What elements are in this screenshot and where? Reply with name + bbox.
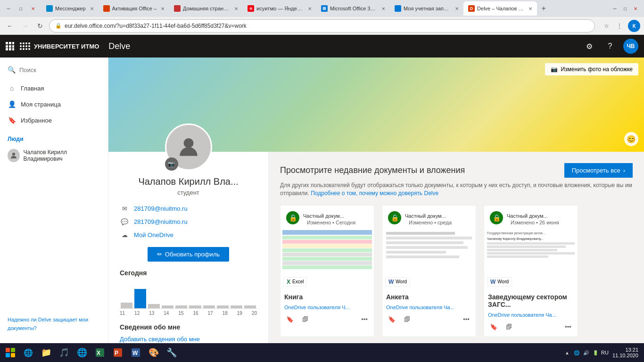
close-btn[interactable]: ✕ bbox=[28, 4, 38, 13]
svg-point-9 bbox=[12, 153, 15, 156]
sidebar-item-mypage[interactable]: 👤 Моя страница bbox=[0, 96, 108, 112]
browser-controls: ─ □ ✕ bbox=[4, 4, 38, 13]
person-icon: 👤 bbox=[8, 100, 16, 108]
copy-action-2[interactable]: 🗐 bbox=[503, 321, 514, 333]
tab-home[interactable]: Домашняя страни... ✕ bbox=[169, 1, 243, 16]
email-link[interactable]: 281709@niuitmo.ru bbox=[134, 205, 188, 212]
more-action-0[interactable]: ••• bbox=[359, 314, 370, 325]
new-tab-button[interactable]: + bbox=[537, 2, 550, 15]
tab-office[interactable]: Активация Office – ✕ bbox=[99, 1, 169, 16]
tab-close-icon[interactable]: ✕ bbox=[455, 6, 459, 11]
onedrive-icon: ☁ bbox=[120, 230, 129, 239]
tray-up-icon[interactable]: ▲ bbox=[563, 349, 571, 356]
avatar-container: 📷 bbox=[165, 123, 212, 171]
person-avatar bbox=[8, 149, 20, 162]
edit-icon: ✏ bbox=[157, 251, 162, 258]
bookmark-action-0[interactable]: 🔖 bbox=[284, 314, 296, 325]
word-icon: W bbox=[388, 279, 394, 285]
person-item[interactable]: Чалапов Кирилл Владимирович bbox=[0, 146, 108, 165]
address-bar[interactable]: 🔒 eur.delve.office.com/?u=d8f33a27-1f11-… bbox=[49, 19, 595, 33]
media-button[interactable]: 🎵 bbox=[56, 344, 73, 361]
docs-header: Просмотрите недавние документы и вложени… bbox=[280, 163, 633, 178]
tray-language[interactable]: RU bbox=[601, 350, 609, 355]
tray-sound-icon[interactable]: 🔊 bbox=[582, 349, 590, 356]
explorer-button[interactable]: 📁 bbox=[38, 344, 55, 361]
trust-link[interactable]: Подробнее о том, почему можно доверять D… bbox=[311, 190, 438, 197]
view-all-button[interactable]: Просмотреть все › bbox=[564, 163, 633, 178]
update-profile-button[interactable]: ✏ Обновить профиль bbox=[148, 247, 229, 262]
restore-btn[interactable]: ─ bbox=[610, 4, 619, 13]
edit-avatar-button[interactable]: 📷 bbox=[165, 157, 178, 171]
bookmark-icon[interactable]: ☆ bbox=[602, 21, 611, 31]
window-controls: ─ □ ✕ bbox=[610, 4, 640, 13]
itmo-dots-icon bbox=[20, 42, 30, 50]
powerpoint-button[interactable]: P bbox=[109, 344, 126, 361]
onedrive-link[interactable]: Мой OneDrive bbox=[134, 231, 173, 239]
ie-button[interactable]: 🌐 bbox=[20, 344, 37, 361]
emoji-reaction-button[interactable]: 😊 bbox=[624, 132, 638, 146]
tray-battery-icon[interactable]: 🔋 bbox=[592, 349, 599, 356]
delve-privacy-link[interactable]: Надежно ли Delve защищает мои документы? bbox=[8, 317, 88, 331]
reload-button[interactable]: ↻ bbox=[34, 20, 46, 32]
chart-label: 13 bbox=[149, 311, 154, 316]
tab-close-icon[interactable]: ✕ bbox=[90, 6, 94, 11]
waffle-menu-button[interactable] bbox=[6, 42, 14, 50]
search-box[interactable]: 🔍 bbox=[0, 63, 108, 76]
tab-ms365[interactable]: ⊞ Microsoft Office 36... ✕ bbox=[316, 1, 390, 16]
doc-preview-0: X Excel bbox=[281, 228, 374, 289]
search-input[interactable] bbox=[19, 66, 100, 74]
sidebar-item-favorites[interactable]: 🔖 Избранное bbox=[0, 112, 108, 128]
doc-top-1: 🔒 Частный докум... Изменено • среда bbox=[382, 206, 476, 228]
tab-yandex[interactable]: Я исуитмо — Яндекс... ✕ bbox=[243, 1, 316, 16]
help-button[interactable]: ? bbox=[603, 39, 618, 54]
excel-button[interactable]: X bbox=[91, 344, 108, 361]
misc-button[interactable]: 🔧 bbox=[163, 344, 180, 361]
close-win-btn[interactable]: ✕ bbox=[631, 4, 640, 13]
doc-owner-1[interactable]: OneDrive пользователя Ча... bbox=[386, 304, 472, 310]
tab-close-icon[interactable]: ✕ bbox=[234, 6, 238, 11]
user-avatar[interactable]: ЧВ bbox=[623, 39, 638, 54]
doc-owner-2[interactable]: OneDrive пользователя Ча... bbox=[488, 312, 574, 318]
maximize-btn[interactable]: □ bbox=[16, 4, 25, 13]
tab-messenger[interactable]: Мессенджер ✕ bbox=[41, 1, 99, 16]
copy-action-1[interactable]: 🗐 bbox=[401, 314, 413, 325]
ssl-lock-icon: 🔒 bbox=[55, 23, 62, 29]
word-button[interactable]: W bbox=[127, 344, 144, 361]
change-cover-label: Изменить фото на обложке bbox=[561, 66, 633, 73]
tab-delve[interactable]: D Delve – Чалапов К... ✕ bbox=[463, 1, 537, 16]
tab-close-icon[interactable]: ✕ bbox=[528, 6, 532, 11]
change-cover-button[interactable]: 📷 Изменить фото на обложке bbox=[545, 63, 638, 75]
person-name: Чалапов Кирилл Владимирович bbox=[24, 149, 100, 162]
bookmark-action-1[interactable]: 🔖 bbox=[386, 314, 397, 325]
add-info-link[interactable]: Добавить сведения обо мне bbox=[120, 336, 200, 343]
sidebar-home-label: Главная bbox=[21, 85, 44, 92]
paint-button[interactable]: 🎨 bbox=[145, 344, 162, 361]
more-action-2[interactable]: ••• bbox=[562, 321, 574, 333]
more-action-1[interactable]: ••• bbox=[461, 314, 472, 325]
restore-btn2[interactable]: □ bbox=[620, 4, 630, 13]
tab-label: Мессенджер bbox=[55, 6, 86, 11]
doc-actions-0: 🔖 🗐 ••• bbox=[284, 314, 370, 325]
chat-link[interactable]: 281709@niuitmo.ru bbox=[134, 218, 188, 225]
chat-icon: 💬 bbox=[120, 217, 129, 226]
start-button[interactable] bbox=[2, 344, 19, 361]
sidebar-item-home[interactable]: ⌂ Главная bbox=[0, 80, 108, 96]
tab-close-icon[interactable]: ✕ bbox=[308, 6, 312, 11]
copy-action-0[interactable]: 🗐 bbox=[299, 314, 311, 325]
doc-owner-0[interactable]: OneDrive пользователя Ч... bbox=[284, 304, 370, 310]
doc-modified-1: Изменено • среда bbox=[405, 219, 455, 227]
tray-network-icon[interactable]: 🌐 bbox=[573, 349, 580, 356]
settings-icon[interactable]: ⋮ bbox=[615, 21, 624, 31]
tab-close-icon[interactable]: ✕ bbox=[161, 6, 165, 11]
doc-info-1: Анкета OneDrive пользователя Ча... 🔖 🗐 •… bbox=[382, 289, 476, 329]
doc-type-label-2: Word bbox=[497, 279, 509, 284]
tab-close-icon[interactable]: ✕ bbox=[381, 6, 385, 11]
settings-button[interactable]: ⚙ bbox=[582, 39, 597, 54]
bookmark-action-2[interactable]: 🔖 bbox=[488, 321, 499, 333]
forward-button[interactable]: → bbox=[19, 20, 31, 32]
back-button[interactable]: ← bbox=[4, 20, 16, 32]
browser-profile-button[interactable]: К bbox=[628, 20, 640, 32]
minimize-btn[interactable]: ─ bbox=[4, 4, 13, 13]
chrome-button[interactable]: 🌐 bbox=[74, 344, 91, 361]
tab-account[interactable]: Моя учетная запи... ✕ bbox=[390, 1, 463, 16]
